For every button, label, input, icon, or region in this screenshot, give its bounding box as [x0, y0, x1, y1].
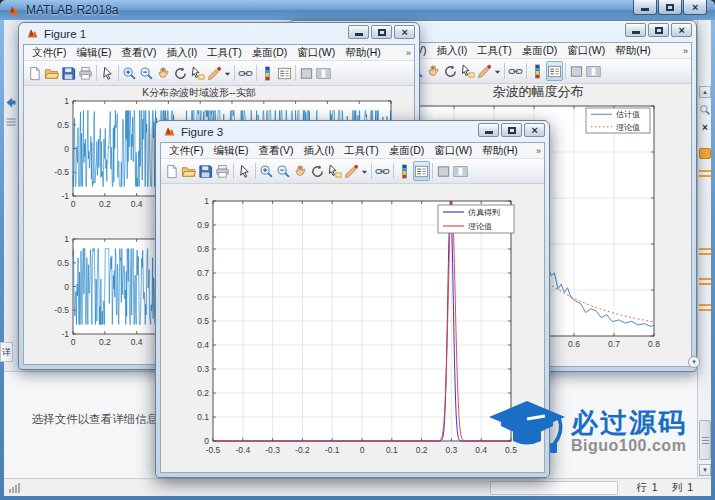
menu-item-1[interactable]: 编辑(E)	[208, 143, 253, 158]
back-arrow-icon[interactable]	[4, 96, 17, 109]
main-titlebar[interactable]: MATLAB R2018a ×	[0, 0, 715, 20]
menu-item-3[interactable]: 插入(I)	[298, 143, 339, 158]
annotation-marker[interactable]	[699, 304, 711, 306]
menu-item-7[interactable]: 帮助(H)	[340, 45, 386, 60]
zoom-in-button[interactable]	[258, 161, 275, 181]
close-strip-icon[interactable]	[699, 122, 711, 133]
menu-item-5[interactable]: 桌面(D)	[517, 43, 563, 58]
annotation-marker[interactable]	[699, 283, 711, 285]
brush-button[interactable]	[343, 161, 360, 181]
list-lines-icon[interactable]	[5, 116, 18, 129]
pan-button[interactable]	[155, 63, 172, 83]
print-button[interactable]	[214, 161, 231, 181]
new-file-button[interactable]	[26, 63, 43, 83]
print-button[interactable]	[77, 63, 94, 83]
menu-item-4[interactable]: 工具(T)	[202, 45, 246, 60]
pan-button[interactable]	[292, 161, 309, 181]
insert-colorbar-button[interactable]	[529, 61, 546, 81]
hide-plot-tools-button[interactable]	[568, 61, 585, 81]
menu-item-4[interactable]: 工具(T)	[339, 143, 383, 158]
annotation-marker[interactable]	[699, 309, 711, 311]
menu-item-5[interactable]: 桌面(D)	[384, 143, 430, 158]
menu-item-7[interactable]: 帮助(H)	[477, 143, 523, 158]
rotate-3d-button[interactable]	[309, 161, 326, 181]
insert-legend-button[interactable]	[276, 63, 293, 83]
minimize-button[interactable]	[633, 0, 657, 15]
figure3-titlebar[interactable]: Figure 3 ×	[160, 121, 545, 142]
zoom-out-button[interactable]	[138, 63, 155, 83]
hide-plot-tools-button[interactable]	[298, 63, 315, 83]
warning-marker-icon[interactable]	[699, 148, 711, 159]
pointer-button[interactable]	[99, 63, 116, 83]
link-plot-button[interactable]	[374, 161, 391, 181]
restore-button[interactable]	[371, 25, 392, 39]
menu-item-1[interactable]: 编辑(E)	[71, 45, 116, 60]
menu-overflow-icon[interactable]	[683, 46, 688, 56]
menu-item-2[interactable]: 查看(V)	[116, 45, 161, 60]
save-button[interactable]	[60, 63, 77, 83]
maximize-button[interactable]	[658, 0, 682, 15]
link-plot-button[interactable]	[507, 61, 524, 81]
figure1-titlebar[interactable]: Figure 1 ×	[23, 23, 415, 44]
expand-chevron-icon[interactable]	[688, 356, 700, 368]
annotation-marker[interactable]	[699, 248, 711, 250]
insert-legend-button[interactable]	[546, 61, 563, 81]
minimize-button[interactable]	[348, 25, 369, 39]
brush-menu-button[interactable]	[493, 61, 502, 81]
menu-item-7[interactable]: 帮助(H)	[610, 43, 656, 58]
show-plot-tools-button[interactable]	[315, 63, 332, 83]
insert-colorbar-button[interactable]	[396, 161, 413, 181]
data-cursor-button[interactable]	[326, 161, 343, 181]
brush-menu-button[interactable]	[223, 63, 232, 83]
show-plot-tools-button[interactable]	[452, 161, 469, 181]
close-button[interactable]: ×	[683, 0, 707, 15]
minimize-button[interactable]	[625, 23, 646, 37]
insert-colorbar-button[interactable]	[259, 63, 276, 83]
menu-item-5[interactable]: 桌面(D)	[247, 45, 293, 60]
brush-button[interactable]	[206, 63, 223, 83]
menu-item-0[interactable]: 文件(F)	[164, 143, 208, 158]
close-button[interactable]: ×	[671, 23, 692, 37]
annotation-marker[interactable]	[699, 175, 711, 177]
insert-legend-button[interactable]	[413, 161, 430, 181]
data-cursor-button[interactable]	[459, 61, 476, 81]
data-cursor-button[interactable]	[189, 63, 206, 83]
brush-button[interactable]	[476, 61, 493, 81]
rotate-3d-button[interactable]	[442, 61, 459, 81]
zoom-in-button[interactable]	[121, 63, 138, 83]
menu-item-0[interactable]: 文件(F)	[27, 45, 71, 60]
menu-overflow-icon[interactable]	[406, 48, 411, 58]
open-file-button[interactable]	[180, 161, 197, 181]
pan-button[interactable]	[425, 61, 442, 81]
menu-item-4[interactable]: 工具(T)	[472, 43, 516, 58]
restore-button[interactable]	[648, 23, 669, 37]
menu-item-2[interactable]: 查看(V)	[253, 143, 298, 158]
open-file-button[interactable]	[43, 63, 60, 83]
status-grip[interactable]	[9, 483, 20, 493]
close-button[interactable]: ×	[524, 123, 545, 137]
zoom-out-button[interactable]	[275, 161, 292, 181]
minimize-button[interactable]	[478, 123, 499, 137]
hide-plot-tools-button[interactable]	[435, 161, 452, 181]
save-button[interactable]	[197, 161, 214, 181]
menu-item-6[interactable]: 窗口(W)	[429, 143, 477, 158]
close-button[interactable]: ×	[394, 25, 415, 39]
annotation-marker[interactable]	[699, 253, 711, 255]
rotate-3d-button[interactable]	[172, 63, 189, 83]
scroll-up-button[interactable]	[699, 86, 711, 98]
new-file-button[interactable]	[163, 161, 180, 181]
magnifier-icon[interactable]	[699, 104, 712, 117]
annotation-marker[interactable]	[699, 170, 711, 172]
menu-item-6[interactable]: 窗口(W)	[292, 45, 340, 60]
menu-item-3[interactable]: 插入(I)	[161, 45, 202, 60]
restore-button[interactable]	[501, 123, 522, 137]
brush-menu-button[interactable]	[360, 161, 369, 181]
menu-item-6[interactable]: 窗口(W)	[562, 43, 610, 58]
show-plot-tools-button[interactable]	[585, 61, 602, 81]
menu-item-3[interactable]: 插入(I)	[431, 43, 472, 58]
pointer-button[interactable]	[236, 161, 253, 181]
details-tab[interactable]: 详	[0, 342, 13, 362]
annotation-marker[interactable]	[699, 278, 711, 280]
link-plot-button[interactable]	[237, 63, 254, 83]
menu-overflow-icon[interactable]	[536, 146, 541, 156]
